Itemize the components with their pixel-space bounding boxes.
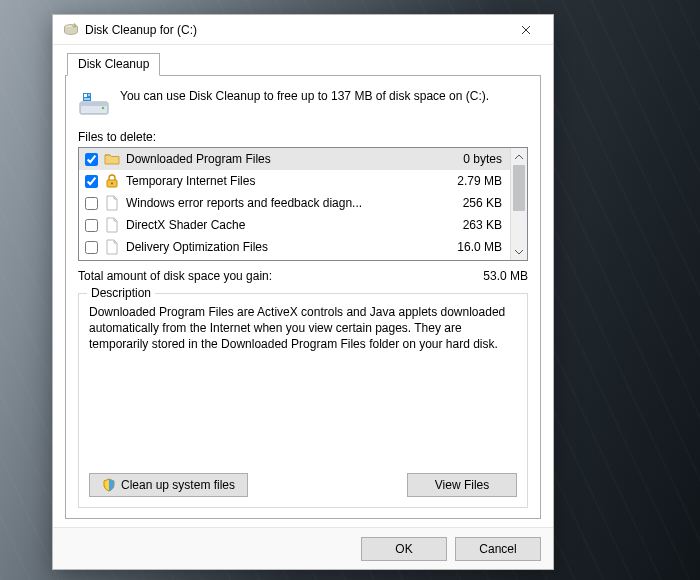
description-title: Description	[87, 286, 155, 300]
file-name: Downloaded Program Files	[126, 152, 444, 166]
chevron-down-icon	[515, 249, 523, 255]
total-label: Total amount of disk space you gain:	[78, 269, 483, 283]
file-icon	[104, 217, 120, 233]
shield-icon	[102, 478, 116, 492]
chevron-up-icon	[515, 154, 523, 160]
svg-point-9	[111, 183, 113, 185]
view-files-label: View Files	[435, 478, 489, 492]
scroll-down-button[interactable]	[511, 243, 527, 260]
file-checkbox[interactable]	[85, 219, 98, 232]
cleanup-button-label: Clean up system files	[121, 478, 235, 492]
svg-rect-4	[84, 94, 87, 97]
drive-icon	[78, 88, 110, 120]
file-checkbox[interactable]	[85, 153, 98, 166]
file-name: DirectX Shader Cache	[126, 218, 444, 232]
file-size: 16.0 MB	[444, 240, 506, 254]
total-row: Total amount of disk space you gain: 53.…	[78, 269, 528, 283]
file-row[interactable]: Delivery Optimization Files16.0 MB	[79, 236, 510, 258]
svg-rect-2	[80, 102, 108, 106]
tabstrip: Disk Cleanup	[65, 53, 541, 76]
files-listbox[interactable]: Downloaded Program Files0 bytesTemporary…	[78, 147, 528, 261]
file-checkbox[interactable]	[85, 197, 98, 210]
cancel-button[interactable]: Cancel	[455, 537, 541, 561]
file-size: 0 bytes	[444, 152, 506, 166]
close-icon	[521, 25, 531, 35]
ok-button[interactable]: OK	[361, 537, 447, 561]
disk-cleanup-dialog: Disk Cleanup for (C:) Disk Cleanup	[52, 14, 554, 570]
cancel-label: Cancel	[479, 542, 516, 556]
window-title: Disk Cleanup for (C:)	[85, 23, 505, 37]
content-area: Disk Cleanup You can use Disk Cleanup to…	[53, 45, 553, 527]
file-name: Temporary Internet Files	[126, 174, 444, 188]
description-text: Downloaded Program Files are ActiveX con…	[89, 304, 517, 465]
files-list: Downloaded Program Files0 bytesTemporary…	[79, 148, 510, 260]
file-icon	[104, 195, 120, 211]
folder-icon	[104, 151, 120, 167]
file-checkbox[interactable]	[85, 175, 98, 188]
group-buttons: Clean up system files View Files	[89, 473, 517, 497]
file-row[interactable]: Downloaded Program Files0 bytes	[79, 148, 510, 170]
file-row[interactable]: Windows error reports and feedback diagn…	[79, 192, 510, 214]
tab-disk-cleanup[interactable]: Disk Cleanup	[67, 53, 160, 76]
lock-icon	[104, 173, 120, 189]
svg-rect-6	[84, 98, 90, 100]
scroll-thumb[interactable]	[513, 165, 525, 211]
file-size: 263 KB	[444, 218, 506, 232]
file-row[interactable]: DirectX Shader Cache263 KB	[79, 214, 510, 236]
cleanup-system-files-button[interactable]: Clean up system files	[89, 473, 248, 497]
file-icon	[104, 239, 120, 255]
file-name: Windows error reports and feedback diagn…	[126, 196, 444, 210]
titlebar[interactable]: Disk Cleanup for (C:)	[53, 15, 553, 45]
tabpanel: You can use Disk Cleanup to free up to 1…	[65, 75, 541, 519]
ok-label: OK	[395, 542, 412, 556]
total-value: 53.0 MB	[483, 269, 528, 283]
file-size: 256 KB	[444, 196, 506, 210]
files-label: Files to delete:	[78, 130, 528, 144]
info-row: You can use Disk Cleanup to free up to 1…	[78, 88, 528, 120]
disk-cleanup-icon	[63, 22, 79, 38]
file-row[interactable]: Temporary Internet Files2.79 MB	[79, 170, 510, 192]
description-group: Description Downloaded Program Files are…	[78, 293, 528, 508]
svg-rect-5	[88, 94, 90, 96]
file-checkbox[interactable]	[85, 241, 98, 254]
scroll-up-button[interactable]	[511, 148, 527, 165]
view-files-button[interactable]: View Files	[407, 473, 517, 497]
scrollbar[interactable]	[510, 148, 527, 260]
svg-point-7	[102, 107, 105, 110]
info-text: You can use Disk Cleanup to free up to 1…	[120, 88, 489, 120]
file-size: 2.79 MB	[444, 174, 506, 188]
file-name: Delivery Optimization Files	[126, 240, 444, 254]
dialog-footer: OK Cancel	[53, 527, 553, 569]
close-button[interactable]	[505, 17, 547, 43]
